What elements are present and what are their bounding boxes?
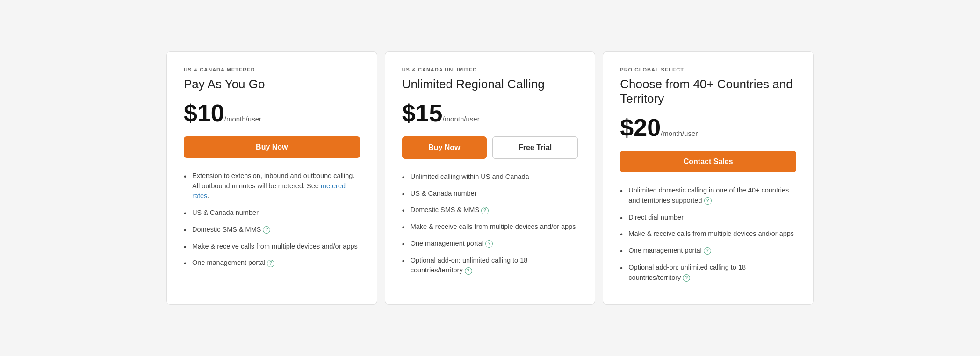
plan-category-unlimited: US & CANADA UNLIMITED — [402, 67, 578, 72]
button-row-unlimited: Buy NowFree Trial — [402, 136, 578, 159]
list-item: US & Canada number — [184, 208, 360, 218]
price-block-pro-global: $20/month/user — [620, 115, 796, 140]
buy-now-button-metered[interactable]: Buy Now — [184, 136, 360, 158]
button-row-pro-global: Contact Sales — [620, 151, 796, 172]
pricing-card-metered: US & CANADA METEREDPay As You Go$10/mont… — [166, 51, 377, 305]
list-item: Unlimited calling within US and Canada — [402, 172, 578, 182]
price-period-metered: /month/user — [224, 115, 261, 123]
metered-rates-link[interactable]: metered rates — [192, 182, 346, 200]
list-item: Make & receive calls from multiple devic… — [402, 222, 578, 232]
plan-title-unlimited: Unlimited Regional Calling — [402, 77, 578, 92]
info-icon[interactable]: ? — [267, 260, 274, 267]
price-block-metered: $10/month/user — [184, 101, 360, 125]
info-icon[interactable]: ? — [704, 247, 711, 255]
price-amount-unlimited: $15 — [402, 100, 443, 127]
buy-now-button-unlimited[interactable]: Buy Now — [402, 136, 487, 159]
list-item: US & Canada number — [402, 189, 578, 199]
features-list-metered: Extension to extension, inbound and outb… — [184, 171, 360, 275]
price-block-unlimited: $15/month/user — [402, 101, 578, 125]
price-period-unlimited: /month/user — [442, 115, 479, 123]
list-item: Optional add-on: unlimited calling to 18… — [402, 256, 578, 276]
features-list-pro-global: Unlimited domestic calling in one of the… — [620, 185, 796, 289]
list-item: Make & receive calls from multiple devic… — [184, 242, 360, 252]
info-icon[interactable]: ? — [485, 240, 493, 248]
plan-category-pro-global: PRO GLOBAL SELECT — [620, 67, 796, 72]
list-item: Extension to extension, inbound and outb… — [184, 171, 360, 201]
list-item: One management portal? — [402, 239, 578, 249]
list-item: Optional add-on: unlimited calling to 18… — [620, 263, 796, 283]
list-item: Unlimited domestic calling in one of the… — [620, 185, 796, 206]
price-period-pro-global: /month/user — [661, 129, 698, 137]
list-item: Direct dial number — [620, 213, 796, 223]
price-amount-pro-global: $20 — [620, 114, 661, 141]
plan-title-metered: Pay As You Go — [184, 77, 360, 92]
info-icon[interactable]: ? — [465, 267, 472, 275]
info-icon[interactable]: ? — [704, 197, 712, 205]
info-icon[interactable]: ? — [263, 226, 270, 234]
plan-title-pro-global: Choose from 40+ Countries and Territory — [620, 77, 796, 106]
pricing-card-unlimited: US & CANADA UNLIMITEDUnlimited Regional … — [385, 51, 596, 305]
contact-sales-button-pro-global[interactable]: Contact Sales — [620, 151, 796, 172]
list-item: Domestic SMS & MMS? — [184, 225, 360, 235]
list-item: Make & receive calls from multiple devic… — [620, 229, 796, 239]
pricing-grid: US & CANADA METEREDPay As You Go$10/mont… — [163, 48, 817, 309]
info-icon[interactable]: ? — [683, 274, 690, 282]
features-list-unlimited: Unlimited calling within US and CanadaUS… — [402, 172, 578, 282]
free-trial-button-unlimited[interactable]: Free Trial — [492, 136, 578, 159]
pricing-card-pro-global: PRO GLOBAL SELECTChoose from 40+ Countri… — [603, 51, 814, 305]
info-icon[interactable]: ? — [481, 207, 489, 214]
price-amount-metered: $10 — [184, 100, 224, 127]
list-item: One management portal? — [620, 246, 796, 256]
plan-category-metered: US & CANADA METERED — [184, 67, 360, 72]
button-row-metered: Buy Now — [184, 136, 360, 158]
list-item: Domestic SMS & MMS? — [402, 205, 578, 215]
list-item: One management portal? — [184, 258, 360, 268]
